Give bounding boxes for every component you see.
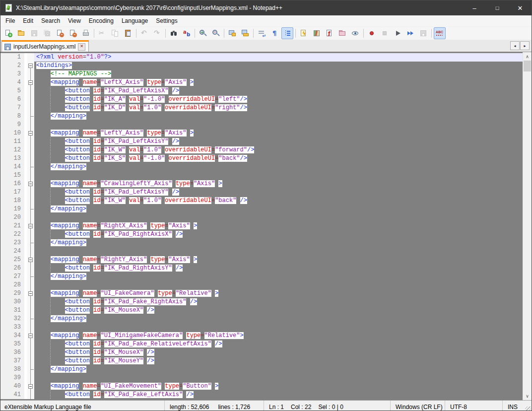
menu-settings[interactable]: Settings bbox=[152, 16, 181, 25]
code-line[interactable]: 10 <mapping name="LeftY_Axis" type="Axis… bbox=[0, 129, 523, 137]
code-line[interactable]: 3 <!-- MAPPINGS --> bbox=[0, 70, 523, 78]
macro-play-button[interactable] bbox=[392, 27, 403, 39]
show-indent-guide-button[interactable] bbox=[281, 27, 293, 39]
menu-view[interactable]: View bbox=[64, 16, 85, 25]
code-line[interactable]: 27 </mapping> bbox=[0, 273, 523, 281]
monitoring-button[interactable] bbox=[349, 27, 361, 39]
code-line[interactable]: 9 bbox=[0, 121, 523, 129]
scrollbar-thumb[interactable] bbox=[524, 61, 531, 71]
print-button[interactable] bbox=[80, 27, 92, 39]
close-all-button[interactable] bbox=[67, 27, 79, 39]
resize-grip[interactable] bbox=[525, 407, 531, 411]
find-button[interactable] bbox=[168, 27, 180, 39]
fold-collapse-icon[interactable] bbox=[27, 78, 34, 87]
fold-collapse-icon[interactable] bbox=[27, 129, 34, 137]
code-line[interactable]: 28 bbox=[0, 281, 523, 289]
tab-inputusermappings[interactable]: inputUserMappings.xml ✕ bbox=[1, 40, 89, 52]
code-line[interactable]: 1<?xml version="1.0"?> bbox=[0, 53, 523, 62]
code-line[interactable]: 4 <mapping name="LeftX_Axis" type="Axis"… bbox=[0, 78, 523, 87]
code-line[interactable]: 8 </mapping> bbox=[0, 112, 523, 121]
code-line[interactable]: 24 bbox=[0, 247, 523, 256]
code-line[interactable]: 13 <button id="IK_S" val="-1.0" overrida… bbox=[0, 154, 523, 163]
word-wrap-button[interactable] bbox=[256, 27, 267, 39]
user-defined-language-button[interactable] bbox=[298, 27, 310, 39]
code-line[interactable]: 19 </mapping> bbox=[0, 205, 523, 213]
code-line[interactable]: 15 bbox=[0, 171, 523, 180]
code-line[interactable]: 7 <button id="IK_D" val="1.0" overridabl… bbox=[0, 104, 523, 112]
line-number: 24 bbox=[0, 247, 24, 256]
macro-record-button[interactable] bbox=[366, 27, 378, 39]
code-line[interactable]: 35 <button id="IK_Pad_Fake_RelativeLeftA… bbox=[0, 340, 523, 348]
code-line[interactable]: 20 bbox=[0, 213, 523, 222]
code-line[interactable]: 29 <mapping name="UI_FakeCamera" type="R… bbox=[0, 289, 523, 298]
macro-run-multiple-button[interactable] bbox=[404, 27, 416, 39]
zoom-in-button[interactable] bbox=[197, 27, 209, 39]
show-all-characters-button[interactable] bbox=[268, 27, 280, 39]
code-line[interactable]: 31 <button id="IK_MouseX" /> bbox=[0, 306, 523, 315]
maximize-button[interactable]: □ bbox=[486, 0, 509, 15]
function-list-button[interactable] bbox=[324, 27, 335, 39]
menu-encoding[interactable]: Encoding bbox=[85, 16, 118, 25]
scroll-up-icon[interactable]: ∧ bbox=[523, 52, 532, 61]
toolbar-separator bbox=[195, 29, 195, 38]
fold-margin bbox=[27, 112, 34, 121]
code-line[interactable]: 14 </mapping> bbox=[0, 163, 523, 171]
paste-button[interactable] bbox=[122, 27, 134, 39]
tab-close-icon[interactable]: ✕ bbox=[78, 43, 85, 51]
menu-file[interactable]: File bbox=[1, 16, 19, 25]
menu-edit[interactable]: Edit bbox=[19, 16, 37, 25]
code-line[interactable]: 38 </mapping> bbox=[0, 365, 523, 374]
fold-collapse-icon[interactable] bbox=[27, 256, 34, 264]
close-button[interactable]: ✕ bbox=[509, 0, 532, 15]
minimize-button[interactable]: – bbox=[463, 0, 486, 15]
code-line[interactable]: 36 <button id="IK_MouseX" /> bbox=[0, 348, 523, 357]
fold-collapse-icon[interactable] bbox=[27, 180, 34, 188]
code-line[interactable]: 25 <mapping name="RightY_Axis" type="Axi… bbox=[0, 256, 523, 264]
fold-collapse-icon[interactable] bbox=[27, 332, 34, 340]
code-line[interactable]: 33 bbox=[0, 323, 523, 332]
folder-as-workspace-button[interactable] bbox=[336, 27, 348, 39]
code-line[interactable]: 12 <button id="IK_W" val="1.0" overridab… bbox=[0, 146, 523, 154]
code-line[interactable]: 32 </mapping> bbox=[0, 315, 523, 323]
code-line[interactable]: 22 <button id="IK_Pad_RightAxisX" /> bbox=[0, 230, 523, 239]
code-line[interactable]: 40 <mapping name="UI_FakeMovement" type=… bbox=[0, 382, 523, 391]
code-line[interactable]: 6 <button id="IK_A" val="-1.0" overridab… bbox=[0, 95, 523, 104]
tab-scroll-left-button[interactable]: ◂ bbox=[510, 41, 520, 50]
notepad-plus-plus-window: { "window": { "title": "X:\\SteamLibrary… bbox=[0, 0, 532, 411]
code-line[interactable]: 16 <mapping name="CrawlingLeftY_Axis" ty… bbox=[0, 180, 523, 188]
code-line[interactable]: 41 <button id="IK_Pad_Fake_LeftAxis" /> bbox=[0, 391, 523, 399]
fold-collapse-icon[interactable] bbox=[27, 222, 34, 230]
code-text: <button id="IK_Pad_RightAxisX" /> bbox=[34, 230, 523, 239]
fold-collapse-icon[interactable] bbox=[27, 62, 34, 70]
code-line[interactable]: 5 <button id="IK_Pad_LeftAxisX" /> bbox=[0, 87, 523, 95]
code-line[interactable]: 18 <button id="IK_W" val="1.0" overridab… bbox=[0, 197, 523, 205]
line-number: 34 bbox=[0, 332, 24, 340]
tab-scroll-right-button[interactable]: ▸ bbox=[520, 41, 530, 50]
code-line[interactable]: 11 <button id="IK_Pad_LeftAxisY" /> bbox=[0, 137, 523, 146]
sync-horizontal-scroll-button[interactable] bbox=[239, 27, 251, 39]
spell-check-button[interactable] bbox=[434, 27, 446, 39]
sync-vertical-scroll-button[interactable] bbox=[226, 27, 238, 39]
code-line[interactable]: 21 <mapping name="RightX_Axis" type="Axi… bbox=[0, 222, 523, 230]
scrollbar-track[interactable] bbox=[523, 71, 532, 392]
code-line[interactable]: 23 </mapping> bbox=[0, 239, 523, 247]
fold-collapse-icon[interactable] bbox=[27, 382, 34, 391]
open-file-button[interactable] bbox=[15, 27, 27, 39]
code-line[interactable]: 37 <button id="IK_MouseY" /> bbox=[0, 357, 523, 365]
scroll-down-icon[interactable]: ∨ bbox=[523, 392, 532, 400]
document-map-button[interactable] bbox=[311, 27, 323, 39]
fold-collapse-icon[interactable] bbox=[27, 289, 34, 298]
code-line[interactable]: 39 bbox=[0, 374, 523, 382]
code-line[interactable]: 34 <mapping name="UI_MinigameFakeCamera"… bbox=[0, 332, 523, 340]
zoom-out-button[interactable] bbox=[210, 27, 222, 39]
close-file-button[interactable] bbox=[54, 27, 66, 39]
code-line[interactable]: 2<bindings> bbox=[0, 62, 523, 70]
code-area[interactable]: 1<?xml version="1.0"?>2<bindings>3 <!-- … bbox=[0, 52, 523, 400]
menu-language[interactable]: Language bbox=[118, 16, 152, 25]
code-line[interactable]: 30 <button id="IK_Pad_Fake_RightAxis" /> bbox=[0, 298, 523, 306]
code-line[interactable]: 17 <button id="IK_Pad_LeftAxisY" /> bbox=[0, 188, 523, 197]
new-file-button[interactable] bbox=[2, 27, 14, 39]
code-line[interactable]: 26 <button id="IK_Pad_RightAxisY" /> bbox=[0, 264, 523, 273]
menu-search[interactable]: Search bbox=[37, 16, 64, 25]
replace-button[interactable] bbox=[181, 27, 193, 39]
